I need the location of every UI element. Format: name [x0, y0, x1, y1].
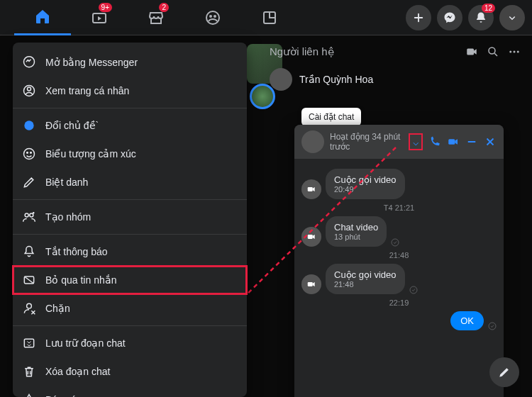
timestamp: 21:48 — [301, 251, 497, 259]
notif-badge: 12 — [482, 4, 495, 13]
top-bar: 9+ 2 12 — [0, 0, 532, 35]
new-room-icon[interactable] — [465, 45, 478, 58]
menu-create-group[interactable]: Tạo nhóm — [13, 203, 247, 231]
profile-icon — [21, 83, 37, 99]
svg-rect-27 — [308, 282, 313, 286]
menu-nickname[interactable]: Biệt danh — [13, 168, 247, 196]
menu-label: Xem trang cá nhân — [45, 85, 129, 96]
top-right-actions: 12 — [406, 5, 525, 30]
nav-home[interactable] — [14, 0, 71, 35]
trash-icon — [21, 364, 37, 379]
svg-rect-23 — [448, 139, 455, 145]
market-badge: 2 — [159, 3, 169, 12]
ignore-icon — [21, 272, 37, 288]
menu-ignore-messages[interactable]: Bỏ qua tin nhắn — [13, 266, 247, 294]
nav-groups[interactable] — [184, 0, 241, 35]
menu-archive[interactable]: Lưu trữ đoạn chat — [13, 329, 247, 357]
call-message[interactable]: Cuộc gọi video21:48 — [301, 264, 497, 294]
call-message[interactable]: Cuộc gọi video20:49 — [301, 169, 497, 199]
svg-point-10 — [27, 152, 28, 154]
close-icon[interactable] — [484, 135, 497, 148]
svg-point-29 — [489, 323, 496, 330]
chat-header: Hoạt động 34 phút trước ⌵ — [294, 125, 504, 159]
menu-delete[interactable]: Xóa đoạn chat — [13, 357, 247, 386]
account-button[interactable] — [499, 5, 525, 30]
chat-composer: GIF — [294, 392, 504, 397]
chat-status: Hoạt động 34 phút trước — [330, 132, 403, 152]
menu-label: Biểu tượng cảm xúc — [45, 148, 136, 160]
svg-point-2 — [209, 15, 212, 18]
nav-watch[interactable]: 9+ — [71, 0, 128, 35]
seen-icon — [409, 286, 418, 294]
warning-icon — [21, 392, 37, 397]
menu-change-theme[interactable]: Đổi chủ đề` — [13, 111, 247, 140]
voice-call-icon[interactable] — [428, 135, 441, 148]
menu-label: Xóa đoạn chat — [45, 366, 111, 377]
ok-bubble[interactable]: OK — [450, 311, 484, 330]
svg-point-11 — [31, 152, 32, 154]
timestamp: 22:19 — [301, 298, 497, 307]
menu-label: Biệt danh — [45, 177, 88, 188]
video-icon — [301, 227, 321, 247]
archive-icon — [21, 335, 37, 351]
menu-mute[interactable]: Tắt thông báo — [13, 237, 247, 266]
nav-tabs: 9+ 2 — [14, 0, 298, 35]
separator — [13, 234, 247, 235]
chat-avatar[interactable] — [301, 130, 324, 153]
avatar — [270, 68, 292, 91]
search-icon[interactable] — [487, 45, 499, 58]
create-button[interactable] — [406, 5, 431, 30]
separator — [13, 325, 247, 326]
svg-point-19 — [489, 47, 495, 54]
watch-badge: 9+ — [99, 3, 112, 12]
messenger-icon — [21, 55, 37, 70]
seen-icon — [391, 238, 399, 247]
menu-label: Tạo nhóm — [45, 211, 91, 223]
svg-point-3 — [214, 15, 216, 18]
menu-label: Báo cáo — [45, 394, 82, 397]
menu-label: Mở bằng Messenger — [45, 57, 138, 68]
menu-label: Lưu trữ đoạn chat — [45, 337, 126, 349]
minimize-icon[interactable] — [465, 135, 478, 148]
svg-rect-25 — [308, 235, 313, 239]
contact-row[interactable]: Trần Quỳnh Hoa — [270, 64, 521, 95]
seen-icon — [488, 322, 497, 330]
separator — [13, 199, 247, 200]
emoji-icon — [21, 146, 37, 162]
new-message-button[interactable] — [489, 357, 519, 387]
svg-point-7 — [28, 87, 31, 91]
menu-view-profile[interactable]: Xem trang cá nhân — [13, 77, 247, 105]
video-call-icon[interactable] — [447, 135, 460, 148]
menu-report[interactable]: Báo cáo — [13, 386, 247, 397]
menu-emoji[interactable]: Biểu tượng cảm xúc — [13, 140, 247, 168]
contacts-title: Người liên hệ — [270, 45, 334, 58]
svg-point-13 — [30, 213, 33, 217]
more-icon[interactable] — [508, 45, 521, 58]
nav-gaming[interactable] — [241, 0, 298, 35]
menu-label: Tắt thông báo — [45, 246, 108, 257]
nav-marketplace[interactable]: 2 — [128, 0, 184, 35]
notifications-button[interactable]: 12 — [468, 5, 494, 30]
menu-block[interactable]: Chặn — [13, 294, 247, 323]
pencil-icon — [21, 174, 37, 190]
svg-point-1 — [206, 11, 219, 24]
bell-icon — [21, 244, 37, 259]
svg-point-20 — [509, 51, 511, 53]
menu-open-messenger[interactable]: Mở bằng Messenger — [13, 48, 247, 77]
call-message[interactable]: Chat video13 phút — [301, 216, 497, 247]
svg-point-12 — [25, 213, 28, 217]
separator — [13, 108, 247, 108]
svg-rect-24 — [308, 187, 313, 191]
chat-messages: Cuộc gọi video20:49 T4 21:21 Chat video1… — [294, 159, 504, 392]
svg-point-9 — [24, 149, 35, 160]
svg-point-21 — [514, 51, 516, 53]
timestamp: T4 21:21 — [301, 203, 497, 212]
contact-name: Trần Quỳnh Hoa — [299, 74, 373, 85]
chevron-down-icon[interactable]: ⌵ — [409, 133, 423, 150]
menu-label: Bỏ qua tin nhắn — [45, 274, 117, 286]
theme-icon — [21, 118, 37, 133]
chat-context-menu: Mở bằng Messenger Xem trang cá nhân Đổi … — [13, 43, 247, 397]
svg-point-8 — [24, 121, 33, 130]
block-icon — [21, 301, 37, 316]
messenger-button[interactable] — [437, 5, 462, 30]
